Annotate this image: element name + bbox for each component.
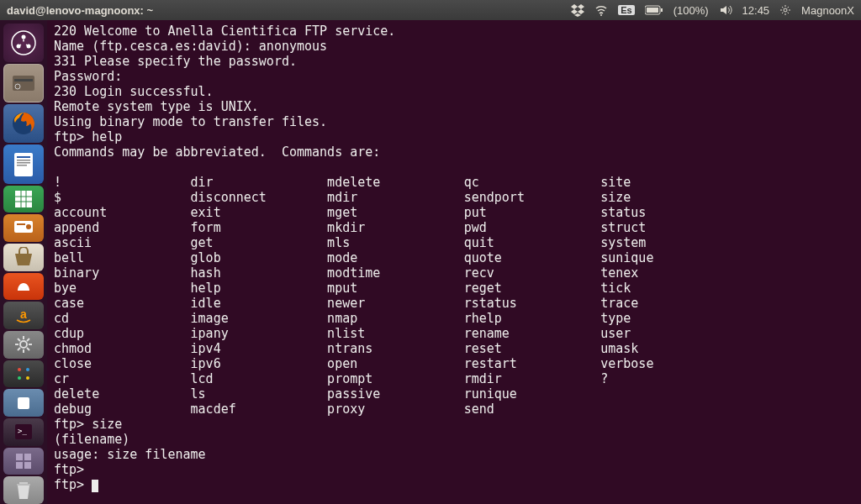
- app-icon-1[interactable]: [3, 360, 44, 388]
- svg-rect-40: [17, 484, 30, 486]
- clock[interactable]: 12:45: [742, 4, 770, 17]
- unity-launcher: a >_: [0, 20, 47, 504]
- svg-point-6: [22, 35, 26, 39]
- svg-point-5: [12, 31, 35, 55]
- app-icon-2[interactable]: [3, 389, 44, 417]
- gear-icon[interactable]: [779, 4, 791, 16]
- writer-icon[interactable]: [3, 144, 44, 183]
- svg-point-4: [784, 8, 787, 12]
- calc-icon[interactable]: [3, 186, 44, 213]
- svg-point-30: [18, 376, 21, 380]
- dropbox-icon[interactable]: [571, 3, 584, 17]
- svg-point-29: [26, 368, 29, 371]
- svg-point-0: [600, 14, 602, 16]
- ubuntu-one-icon[interactable]: [3, 273, 44, 301]
- svg-text:a: a: [20, 307, 27, 321]
- svg-point-31: [26, 376, 29, 380]
- svg-rect-35: [16, 454, 23, 460]
- terminal-icon[interactable]: >_: [3, 418, 44, 446]
- dash-icon[interactable]: [3, 24, 44, 62]
- svg-rect-32: [18, 397, 29, 409]
- battery-icon[interactable]: [645, 5, 663, 15]
- svg-rect-14: [17, 156, 30, 158]
- firefox-icon[interactable]: [3, 104, 44, 143]
- amazon-icon[interactable]: a: [3, 302, 44, 329]
- user-menu[interactable]: MagnoonX: [801, 4, 854, 17]
- battery-percent: (100%): [673, 4, 709, 17]
- svg-rect-36: [24, 454, 31, 460]
- svg-rect-18: [15, 191, 32, 207]
- top-panel: david@lenovo-magnoonx: ~ Es (100%) 12:45…: [0, 0, 861, 20]
- impress-icon[interactable]: [3, 214, 44, 242]
- terminal-output[interactable]: 220 Welcome to Anella Cientifica FTP ser…: [47, 20, 861, 504]
- files-icon[interactable]: [3, 64, 44, 102]
- wifi-icon[interactable]: [594, 3, 608, 17]
- svg-rect-37: [16, 462, 23, 469]
- keyboard-indicator[interactable]: Es: [618, 5, 634, 15]
- svg-point-25: [26, 224, 31, 229]
- svg-text:>_: >_: [18, 427, 27, 435]
- svg-rect-17: [17, 165, 27, 166]
- svg-point-28: [18, 368, 21, 371]
- svg-rect-10: [14, 79, 33, 81]
- cursor: [92, 480, 98, 492]
- volume-icon[interactable]: [719, 3, 732, 17]
- software-center-icon[interactable]: [3, 244, 44, 271]
- svg-rect-15: [17, 160, 30, 161]
- window-title: david@lenovo-magnoonx: ~: [7, 4, 571, 17]
- workspace-icon[interactable]: [3, 448, 44, 475]
- system-tray: Es (100%) 12:45 MagnoonX: [571, 3, 854, 17]
- svg-rect-3: [661, 8, 663, 12]
- svg-point-27: [20, 341, 27, 348]
- svg-rect-16: [17, 162, 30, 164]
- settings-icon[interactable]: [3, 331, 44, 359]
- svg-rect-24: [17, 223, 25, 225]
- svg-rect-38: [24, 462, 31, 469]
- svg-rect-2: [647, 8, 658, 13]
- trash-icon[interactable]: [3, 476, 44, 504]
